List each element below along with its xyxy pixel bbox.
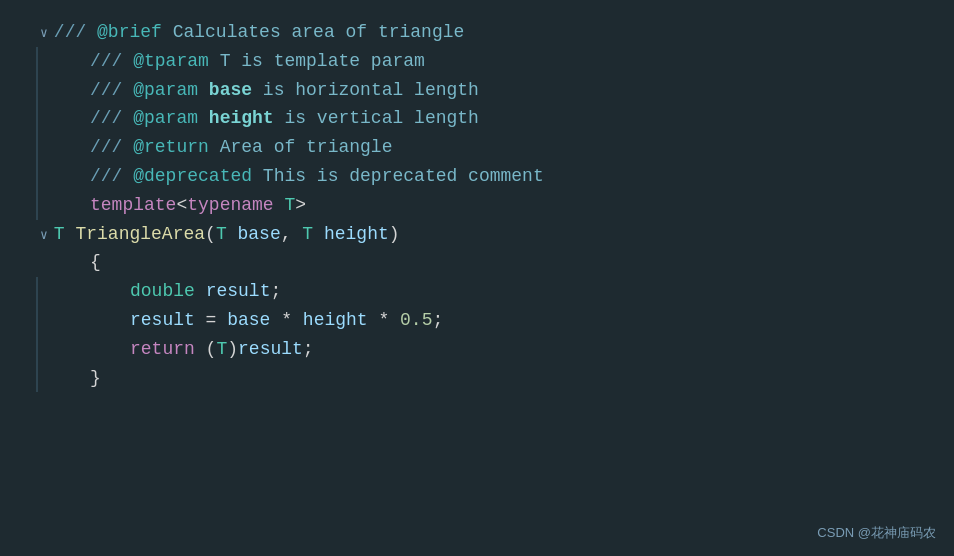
token: T	[302, 220, 313, 249]
code-line: /// @param height is vertical length	[20, 104, 954, 133]
token	[313, 220, 324, 249]
fold-arrow[interactable]: ∨	[40, 24, 48, 45]
token: ///	[90, 133, 133, 162]
token: )	[389, 220, 400, 249]
token	[274, 191, 285, 220]
code-line: }	[20, 364, 954, 393]
token	[227, 220, 238, 249]
token: height	[324, 220, 389, 249]
code-content: ∨/// @brief Calculates area of triangle …	[20, 18, 954, 392]
v-bar	[36, 104, 38, 133]
code-line: ∨T TriangleArea(T base, T height)	[20, 220, 954, 249]
token: T	[54, 220, 65, 249]
fold-arrow[interactable]: ∨	[40, 226, 48, 247]
token: T	[216, 335, 227, 364]
watermark: CSDN @花神庙码农	[817, 523, 936, 544]
token: return	[130, 335, 195, 364]
token: *	[270, 306, 302, 335]
v-bar	[36, 76, 38, 105]
token	[195, 277, 206, 306]
token: ///	[90, 104, 133, 133]
token	[198, 104, 209, 133]
token	[65, 220, 76, 249]
token: ,	[281, 220, 303, 249]
v-bar	[36, 47, 38, 76]
code-line: /// @deprecated This is deprecated comme…	[20, 162, 954, 191]
v-bar	[36, 162, 38, 191]
v-bar	[36, 335, 38, 364]
token: ;	[432, 306, 443, 335]
token: @deprecated	[133, 162, 252, 191]
token: (	[205, 220, 216, 249]
token: result	[238, 335, 303, 364]
code-line: template<typename T>	[20, 191, 954, 220]
token: T	[216, 220, 227, 249]
token: height	[209, 104, 274, 133]
token: <	[176, 191, 187, 220]
v-bar	[36, 191, 38, 220]
token: ///	[90, 76, 133, 105]
token: 0.5	[400, 306, 432, 335]
token: }	[90, 364, 101, 393]
v-bar	[36, 277, 38, 306]
token: ///	[54, 18, 97, 47]
token: base	[227, 306, 270, 335]
token: double	[130, 277, 195, 306]
code-line: {	[20, 248, 954, 277]
token: @param	[133, 76, 198, 105]
token: (	[195, 335, 217, 364]
token: result	[206, 277, 271, 306]
token: ///	[90, 162, 133, 191]
token: =	[195, 306, 227, 335]
token: TriangleArea	[75, 220, 205, 249]
code-editor: ∨/// @brief Calculates area of triangle …	[0, 0, 954, 556]
v-bar	[36, 133, 38, 162]
token: Calculates area of triangle	[162, 18, 464, 47]
token: *	[368, 306, 400, 335]
token: @param	[133, 104, 198, 133]
token: height	[303, 306, 368, 335]
token: T is template param	[209, 47, 425, 76]
v-bar	[36, 306, 38, 335]
token: template	[90, 191, 176, 220]
v-bar	[36, 364, 38, 393]
token: base	[238, 220, 281, 249]
token: {	[90, 248, 101, 277]
token: Area of triangle	[209, 133, 393, 162]
token: >	[295, 191, 306, 220]
token	[198, 76, 209, 105]
token: @brief	[97, 18, 162, 47]
code-line: ∨/// @brief Calculates area of triangle	[20, 18, 954, 47]
code-line: /// @return Area of triangle	[20, 133, 954, 162]
code-line: result = base * height * 0.5;	[20, 306, 954, 335]
token: @return	[133, 133, 209, 162]
token: result	[130, 306, 195, 335]
code-line: return (T)result;	[20, 335, 954, 364]
token: typename	[187, 191, 273, 220]
token: ///	[90, 47, 133, 76]
token: This is deprecated comment	[252, 162, 544, 191]
token: @tparam	[133, 47, 209, 76]
token: is vertical length	[274, 104, 479, 133]
token: T	[284, 191, 295, 220]
token: ;	[270, 277, 281, 306]
token: base	[209, 76, 252, 105]
token: ;	[303, 335, 314, 364]
code-line: /// @param base is horizontal length	[20, 76, 954, 105]
code-line: double result;	[20, 277, 954, 306]
token: )	[227, 335, 238, 364]
code-line: /// @tparam T is template param	[20, 47, 954, 76]
token: is horizontal length	[252, 76, 479, 105]
